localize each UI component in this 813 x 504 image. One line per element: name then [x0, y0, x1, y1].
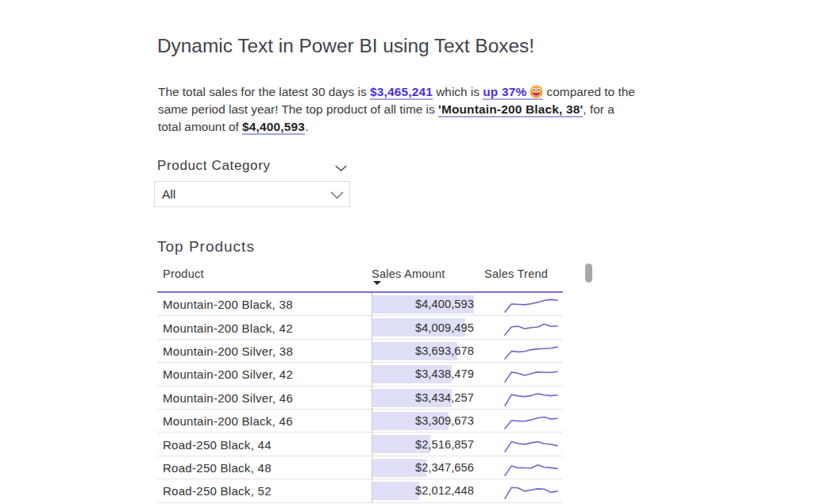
table-row[interactable]: Mountain-200 Black, 38$4,400,593: [157, 293, 563, 316]
sales-amount-cell: $4,009,495: [372, 321, 474, 334]
product-cell: Road-250 Black, 44: [163, 437, 272, 451]
chevron-down-icon: [335, 165, 347, 171]
narrative-textbox: The total sales for the latest 30 days i…: [158, 83, 682, 136]
table-row[interactable]: Mountain-200 Black, 46$3,309,673: [157, 410, 563, 433]
product-cell: Mountain-200 Silver, 46: [163, 391, 293, 404]
table-row[interactable]: Road-250 Black, 48$2,347,656: [157, 456, 563, 479]
sales-amount-cell: $3,434,257: [372, 391, 474, 404]
sales-amount-cell: $2,012,448: [372, 484, 474, 497]
product-cell: Mountain-200 Silver, 42: [163, 367, 293, 381]
grinning-face-emoji: [530, 85, 543, 98]
dynamic-value: $4,400,593: [242, 120, 305, 135]
narrative-line: total amount of $4,400,593.: [158, 118, 682, 136]
table-row[interactable]: Road-250 Black, 44$2,516,857: [157, 433, 563, 456]
narrative-text: which is: [433, 85, 483, 98]
sales-amount-cell: $3,309,673: [372, 414, 474, 427]
narrative-line: same period last year! The top product o…: [158, 101, 682, 118]
sales-trend-sparkline: [504, 340, 560, 363]
sales-amount-cell: $4,400,593: [372, 298, 474, 310]
slicer-title: Product Category: [157, 158, 271, 174]
narrative-text: total amount of: [158, 120, 242, 133]
table-row[interactable]: Mountain-200 Silver, 46$3,434,257: [157, 387, 563, 410]
table-row[interactable]: Road-250 Black, 52$2,012,448: [157, 479, 563, 502]
narrative-line: The total sales for the latest 30 days i…: [158, 83, 682, 101]
product-cell: Mountain-200 Black, 38: [163, 298, 293, 311]
data-bar-axis-line: [372, 293, 372, 502]
table-body: Mountain-200 Black, 38$4,400,593Mountain…: [157, 293, 563, 503]
product-cell: Mountain-200 Black, 46: [163, 414, 293, 428]
sales-trend-sparkline: [504, 479, 560, 502]
sales-trend-sparkline: [504, 316, 560, 339]
sales-trend-sparkline: [504, 363, 560, 386]
sales-trend-sparkline: [504, 433, 560, 456]
product-cell: Road-250 Black, 52: [163, 484, 272, 498]
sales-trend-sparkline: [504, 387, 560, 410]
sort-descending-icon: [373, 281, 381, 285]
chevron-down-icon: [330, 191, 344, 199]
dropdown-selected-value: All: [162, 187, 175, 202]
narrative-text: .: [305, 120, 308, 133]
sales-amount-cell: $3,438,479: [372, 367, 474, 380]
product-cell: Mountain-200 Silver, 38: [163, 344, 293, 357]
page-title: Dynamic Text in Power BI using Text Boxe…: [157, 35, 534, 57]
dynamic-value: up 37%: [483, 85, 543, 100]
table-row[interactable]: Mountain-200 Silver, 38$3,693,678: [157, 340, 563, 363]
column-header-product[interactable]: Product: [163, 267, 204, 280]
table-row[interactable]: Mountain-200 Black, 42$4,009,495: [157, 316, 563, 339]
column-header-sales-amount[interactable]: Sales Amount: [372, 267, 445, 280]
sales-amount-cell: $2,516,857: [372, 438, 474, 451]
narrative-text: compared to the: [543, 85, 635, 98]
column-header-sales-trend[interactable]: Sales Trend: [484, 267, 548, 280]
sales-trend-sparkline: [504, 293, 560, 316]
sales-trend-sparkline: [504, 410, 560, 433]
sales-amount-cell: $3,693,678: [372, 344, 474, 357]
product-category-dropdown[interactable]: All: [154, 181, 350, 207]
slicer-collapse-button[interactable]: [335, 160, 347, 167]
product-cell: Road-250 Black, 48: [163, 460, 272, 474]
sales-trend-sparkline: [504, 456, 560, 479]
product-cell: Mountain-200 Black, 42: [163, 321, 293, 334]
table-scrollbar-thumb[interactable]: [585, 264, 592, 283]
dynamic-value: $3,465,241: [370, 85, 433, 100]
table-row[interactable]: Mountain-200 Silver, 42$3,438,479: [157, 363, 563, 386]
dynamic-value: 'Mountain-200 Black, 38': [438, 102, 583, 117]
report-canvas: Dynamic Text in Power BI using Text Boxe…: [0, 0, 813, 504]
table-title: Top Products: [157, 238, 255, 256]
narrative-text: , for a: [583, 102, 614, 116]
sales-amount-cell: $2,347,656: [372, 461, 474, 474]
narrative-text: same period last year! The top product o…: [158, 102, 438, 116]
narrative-text: The total sales for the latest 30 days i…: [158, 85, 370, 98]
